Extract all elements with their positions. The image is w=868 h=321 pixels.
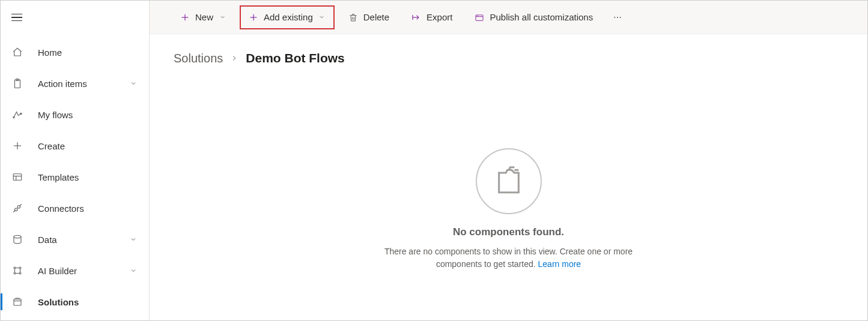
delete-button[interactable]: Delete (339, 5, 398, 29)
svg-point-30 (620, 17, 621, 18)
chevron-down-icon (129, 235, 138, 244)
breadcrumb-parent[interactable]: Solutions (174, 52, 223, 65)
new-button[interactable]: New (171, 5, 235, 29)
empty-state: No components found. There are no compon… (329, 148, 689, 271)
publish-button[interactable]: Publish all customizations (466, 5, 601, 29)
nav: Home Action items My flows (1, 34, 149, 317)
svg-point-29 (617, 17, 618, 18)
new-label: New (195, 12, 213, 22)
breadcrumb-current: Demo Bot Flows (246, 51, 345, 65)
sidebar-item-label: Solutions (38, 297, 138, 307)
export-label: Export (426, 12, 452, 22)
trash-icon (348, 12, 359, 23)
chevron-down-icon (129, 79, 138, 88)
chevron-down-icon (218, 13, 226, 22)
svg-rect-6 (13, 174, 22, 181)
chevron-down-icon (129, 266, 138, 275)
sidebar-item-home[interactable]: Home (1, 37, 149, 68)
empty-folder-icon (476, 148, 542, 214)
sidebar-item-connectors[interactable]: Connectors (1, 193, 149, 224)
svg-point-15 (19, 272, 21, 274)
svg-point-27 (478, 16, 478, 16)
sidebar-item-action-items[interactable]: Action items (1, 68, 149, 99)
sidebar-item-label: AI Builder (38, 266, 129, 276)
solutions-icon (11, 296, 23, 308)
plus-icon (248, 12, 259, 23)
database-icon (11, 233, 23, 245)
export-icon (411, 12, 422, 23)
chevron-right-icon (230, 54, 238, 62)
svg-point-13 (19, 267, 21, 269)
hamburger-button[interactable] (11, 10, 26, 25)
main: New Add existing Delete (150, 1, 867, 320)
sidebar-item-label: Connectors (38, 203, 138, 214)
sidebar-item-templates[interactable]: Templates (1, 161, 149, 193)
breadcrumb: Solutions Demo Bot Flows (174, 51, 843, 65)
empty-text-content: There are no components to show in this … (384, 247, 633, 269)
flow-icon (11, 109, 23, 121)
plus-icon (11, 140, 23, 152)
svg-point-11 (14, 235, 21, 238)
sidebar-item-label: Data (38, 235, 129, 245)
connectors-icon (11, 202, 23, 214)
svg-point-12 (14, 267, 16, 269)
svg-point-10 (17, 206, 20, 209)
sidebar-item-create[interactable]: Create (1, 130, 149, 161)
add-existing-button[interactable]: Add existing (240, 5, 335, 29)
sidebar-item-my-flows[interactable]: My flows (1, 99, 149, 130)
svg-point-9 (15, 208, 18, 211)
learn-more-link[interactable]: Learn more (538, 259, 581, 269)
sidebar: Home Action items My flows (1, 1, 150, 320)
chevron-down-icon (318, 13, 326, 22)
sidebar-item-solutions[interactable]: Solutions (1, 286, 149, 317)
sidebar-item-label: My flows (38, 110, 138, 120)
empty-text: There are no components to show in this … (365, 245, 653, 271)
sidebar-item-data[interactable]: Data (1, 224, 149, 255)
svg-point-28 (615, 17, 616, 18)
sidebar-item-ai-builder[interactable]: AI Builder (1, 255, 149, 286)
more-icon (612, 12, 623, 23)
publish-label: Publish all customizations (490, 12, 593, 22)
toolbar: New Add existing Delete (150, 1, 867, 34)
ai-builder-icon (11, 265, 23, 277)
home-icon (11, 46, 23, 58)
plus-icon (180, 12, 190, 23)
more-button[interactable] (606, 5, 629, 29)
add-existing-label: Add existing (264, 12, 313, 22)
empty-title: No components found. (453, 226, 564, 238)
sidebar-item-label: Templates (38, 172, 138, 182)
clipboard-icon (11, 77, 23, 89)
sidebar-item-label: Action items (38, 79, 129, 89)
delete-label: Delete (363, 12, 389, 22)
svg-rect-16 (14, 299, 21, 306)
publish-icon (474, 12, 485, 23)
export-button[interactable]: Export (402, 5, 461, 29)
svg-rect-25 (476, 15, 483, 20)
sidebar-item-label: Create (38, 141, 138, 151)
sidebar-item-label: Home (38, 47, 138, 58)
templates-icon (11, 171, 23, 183)
svg-point-14 (14, 272, 16, 274)
